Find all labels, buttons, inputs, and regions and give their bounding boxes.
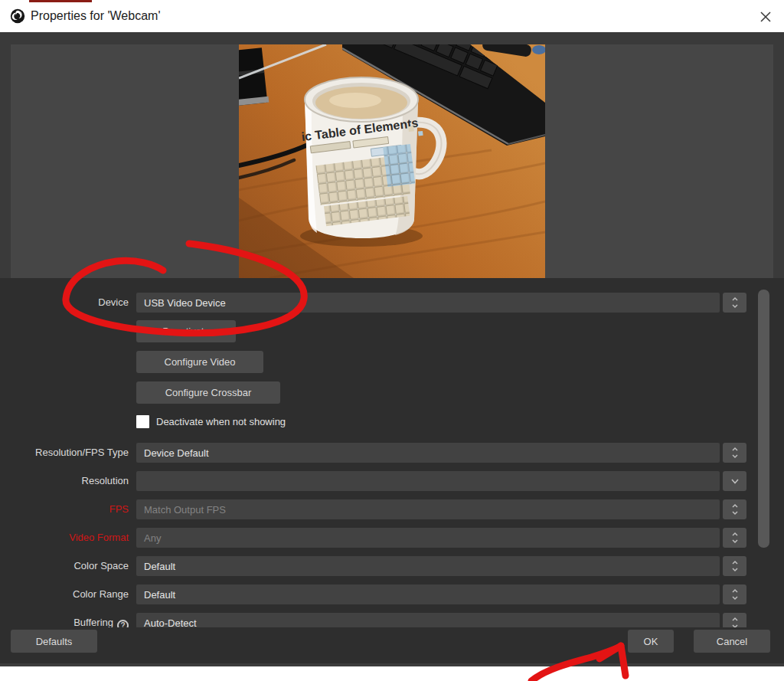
field-row-buffering: Buffering? Auto-Detect	[0, 613, 784, 627]
field-row-resolution-fps-type: Resolution/FPS Type Device Default	[0, 443, 784, 463]
chevron-up-down-icon	[731, 588, 739, 601]
close-icon	[760, 11, 772, 23]
resolution-label: Resolution	[0, 471, 129, 491]
preview-frame: ic Table of Elements	[0, 32, 784, 278]
form-scroll-area[interactable]: Device USB Video Device Deactivate Confi…	[0, 278, 784, 627]
chevron-up-down-icon	[731, 617, 739, 627]
checkbox-unchecked[interactable]	[136, 415, 149, 428]
color-range-select[interactable]: Default	[136, 584, 720, 604]
chevron-up-down-icon	[731, 532, 739, 544]
fps-label: FPS	[0, 499, 129, 519]
field-row-fps: FPS Match Output FPS	[0, 499, 784, 519]
scrollbar-thumb[interactable]	[758, 290, 769, 548]
video-format-label: Video Format	[0, 528, 129, 548]
preview-panel: ic Table of Elements	[11, 44, 773, 278]
buffering-spinner[interactable]	[723, 613, 746, 627]
field-row-color-range: Color Range Default	[0, 584, 784, 604]
resolution-fps-type-select[interactable]: Device Default	[136, 443, 720, 463]
cancel-button[interactable]: Cancel	[694, 630, 770, 653]
chevron-up-down-icon	[731, 503, 739, 516]
configure-video-button[interactable]: Configure Video	[136, 351, 263, 373]
color-range-spinner[interactable]	[723, 584, 746, 604]
deactivate-button[interactable]: Deactivate	[136, 320, 236, 342]
resolution-fps-type-spinner[interactable]	[723, 443, 746, 463]
mug: ic Table of Elements	[301, 77, 433, 238]
obs-logo-icon	[10, 8, 25, 24]
buffering-label: Buffering?	[0, 613, 129, 627]
fps-spinner[interactable]	[723, 499, 746, 519]
video-format-select[interactable]: Any	[136, 528, 720, 548]
ok-button[interactable]: OK	[628, 630, 674, 653]
color-space-select[interactable]: Default	[136, 556, 720, 576]
chevron-up-down-icon	[731, 447, 739, 459]
close-button[interactable]	[756, 8, 775, 26]
chevron-down-icon	[730, 476, 740, 486]
field-row-color-space: Color Space Default	[0, 556, 784, 576]
buffering-select[interactable]: Auto-Detect	[136, 613, 720, 627]
deactivate-when-not-showing-checkbox-row: Deactivate when not showing	[136, 414, 286, 428]
window-title: Properties for 'Webcam'	[31, 0, 160, 32]
configure-crossbar-button[interactable]: Configure Crossbar	[136, 381, 280, 404]
chevron-up-down-icon	[731, 560, 739, 572]
resolution-select[interactable]	[136, 471, 720, 491]
chevron-up-down-icon	[731, 296, 739, 309]
color-space-spinner[interactable]	[723, 556, 746, 576]
video-format-spinner[interactable]	[723, 528, 746, 548]
properties-dialog: ic Table of Elements Device	[0, 32, 784, 666]
dialog-bottom-edge	[0, 663, 784, 666]
help-icon[interactable]: ?	[117, 620, 129, 627]
webcam-preview-photo: ic Table of Elements	[239, 44, 545, 278]
field-row-video-format: Video Format Any	[0, 528, 784, 548]
device-spinner[interactable]	[723, 293, 746, 313]
resolution-dropdown[interactable]	[723, 471, 746, 491]
fps-select[interactable]: Match Output FPS	[136, 499, 720, 519]
checkbox-label: Deactivate when not showing	[156, 416, 286, 427]
titlebar: Properties for 'Webcam'	[0, 0, 784, 32]
resolution-fps-type-label: Resolution/FPS Type	[0, 443, 129, 463]
color-range-label: Color Range	[0, 584, 129, 604]
color-space-label: Color Space	[0, 556, 129, 576]
field-row-device: Device USB Video Device	[0, 293, 784, 313]
device-select[interactable]: USB Video Device	[136, 293, 720, 313]
field-row-resolution: Resolution	[0, 471, 784, 491]
device-label: Device	[0, 293, 129, 313]
defaults-button[interactable]: Defaults	[11, 630, 97, 653]
